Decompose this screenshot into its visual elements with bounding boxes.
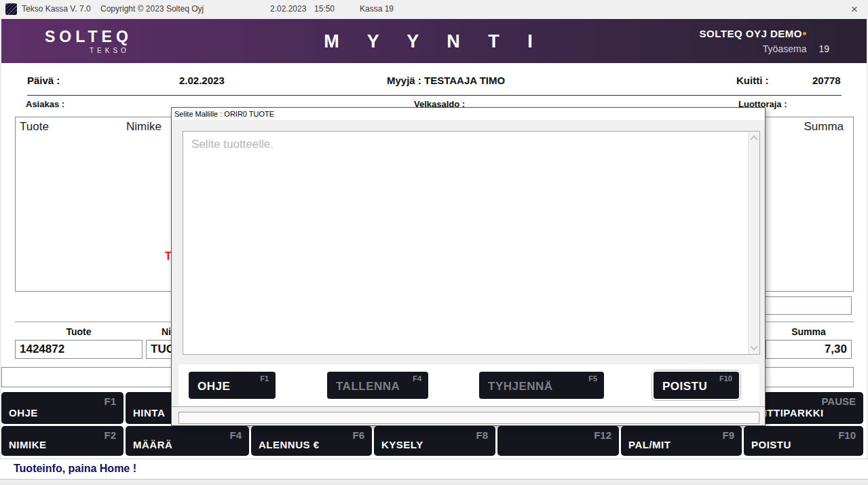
grid-col-tuote: Tuote: [20, 120, 49, 134]
scroll-up-icon[interactable]: [750, 135, 757, 142]
receipt-label: Kuitti :: [736, 75, 768, 86]
window-titlebar: Tekso Kassa V. 7.0 Copyright © 2023 Solt…: [0, 0, 868, 19]
grid-col-nimike: Nimike: [126, 120, 162, 134]
date-label: Päivä :: [27, 75, 60, 86]
dialog-poistu-button[interactable]: F10 POISTU: [654, 372, 739, 399]
titlebar-register: Kassa 19: [360, 4, 394, 14]
divider-line: [27, 95, 842, 96]
dialog-title: Selite Mallille : ORIR0 TUOTE: [172, 108, 765, 120]
fkey-maara[interactable]: F4 MÄÄRÄ: [126, 426, 249, 456]
copyright-text: Copyright © 2023 Solteq Oyj: [100, 4, 204, 14]
textarea-placeholder: Selite tuotteelle.: [191, 138, 273, 151]
textarea-scrollbar[interactable]: [748, 132, 759, 354]
tuote-field-label: Tuote: [15, 326, 143, 337]
summa-field[interactable]: 7,30: [766, 340, 852, 359]
seller-text: Myyjä : TESTAAJA TIMO: [387, 75, 505, 86]
app-icon: [5, 3, 17, 15]
fkey-alennus[interactable]: F6 ALENNUS €: [251, 426, 372, 456]
dialog-footer-field[interactable]: [178, 412, 759, 424]
dialog-ohje-button[interactable]: F1 OHJE: [189, 372, 276, 399]
close-icon[interactable]: ×: [848, 3, 861, 16]
selite-textarea[interactable]: Selite tuotteelle.: [183, 131, 760, 355]
dialog-tallenna-button[interactable]: F4 TALLENNA: [327, 372, 428, 399]
selite-dialog: Selite Mallille : ORIR0 TUOTE Selite tuo…: [171, 107, 766, 426]
scroll-down-icon[interactable]: [750, 343, 757, 350]
app-window: Tekso Kassa V. 7.0 Copyright © 2023 Solt…: [0, 0, 868, 485]
workstation-number: 19: [818, 43, 829, 54]
titlebar-time: 15:50: [314, 4, 335, 14]
fkey-ohje[interactable]: F1 OHJE: [1, 392, 124, 424]
header-store-block: SOLTEQ OYJ DEMO Työasema19: [700, 28, 829, 54]
fkey-nimike[interactable]: F2 NIMIKE: [1, 426, 124, 456]
store-name: SOLTEQ OYJ DEMO: [700, 28, 829, 39]
tuote-field[interactable]: 1424872: [15, 340, 143, 359]
customer-label: Asiakas :: [26, 99, 64, 109]
grid-col-summa: Summa: [804, 120, 844, 134]
fkey-kysely[interactable]: F8 KYSELY: [374, 426, 495, 456]
window-title: Tekso Kassa V. 7.0: [22, 4, 91, 14]
fkey-f12[interactable]: F12: [497, 426, 619, 456]
app-header: SOLTEQ TEKSO M Y Y N T I SOLTEQ OYJ DEMO…: [1, 19, 867, 63]
status-message: Tuoteinfo, paina Home !: [14, 463, 136, 475]
workstation-line: Työasema19: [700, 43, 829, 54]
dialog-footer-divider: [172, 406, 765, 407]
fkey-palmit[interactable]: F9 PAL/MIT: [621, 426, 742, 456]
brand-dot-icon: [803, 32, 806, 35]
fkey-poistu[interactable]: F10 POISTU: [744, 426, 863, 456]
dialog-button-bar: F1 OHJE F4 TALLENNA F5 TYHJENNÄ F10 POIS…: [178, 364, 759, 406]
date-value: 2.02.2023: [179, 75, 225, 86]
titlebar-date: 2.02.2023: [270, 4, 306, 14]
receipt-value: 20778: [812, 75, 841, 86]
status-bar: Tuoteinfo, paina Home !: [0, 459, 868, 480]
summa-field-label: Summa: [766, 326, 852, 337]
dialog-tyhjenna-button[interactable]: F5 TYHJENNÄ: [479, 372, 604, 399]
